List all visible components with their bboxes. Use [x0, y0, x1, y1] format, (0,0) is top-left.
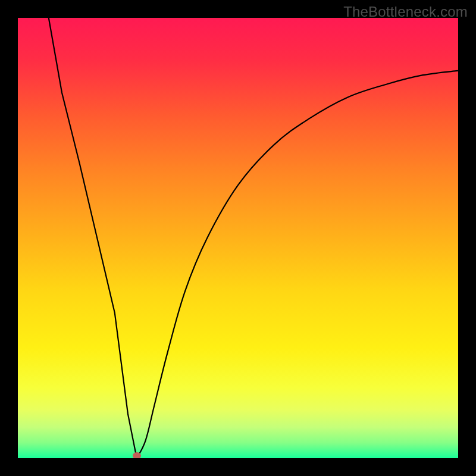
- watermark-text: TheBottleneck.com: [343, 4, 468, 20]
- optimum-marker: [133, 452, 141, 458]
- chart-frame: TheBottleneck.com: [0, 0, 476, 476]
- bottleneck-curve: [18, 18, 458, 458]
- plot-area: [18, 18, 458, 458]
